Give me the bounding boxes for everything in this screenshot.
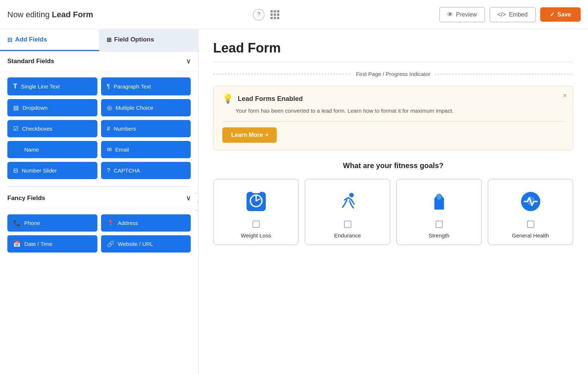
preview-button[interactable]: 👁 Preview	[439, 7, 485, 22]
lead-banner-header: 💡 Lead Forms Enabled	[222, 94, 564, 104]
strength-icon	[426, 189, 452, 214]
strength-label: Strength	[429, 232, 449, 239]
tab-add-fields[interactable]: ⊟ Add Fields	[0, 29, 99, 51]
fancy-fields-label: Fancy Fields	[7, 195, 45, 202]
captcha-icon: ?	[107, 167, 110, 174]
sidebar: ⊟ Add Fields ⊞ Field Options Standard Fi…	[0, 29, 198, 374]
field-label: Date / Time	[24, 241, 53, 247]
field-email[interactable]: ✉ Email	[101, 141, 191, 158]
endurance-label: Endurance	[334, 232, 361, 239]
svg-point-9	[437, 194, 441, 200]
section-divider	[7, 186, 191, 187]
chevron-down-icon: ∨	[186, 57, 191, 65]
save-button[interactable]: ✓ Save	[540, 7, 581, 22]
form-title: Lead Form	[213, 40, 573, 56]
fitness-card-strength[interactable]: Strength	[396, 179, 482, 245]
field-label: Email	[115, 146, 129, 153]
progress-line-right	[435, 74, 573, 75]
field-label: Name	[24, 146, 39, 153]
field-phone[interactable]: 📞 Phone	[7, 214, 97, 232]
learn-more-label: Learn More	[231, 132, 263, 138]
slider-icon: ⊟	[13, 167, 18, 174]
endurance-checkbox[interactable]	[344, 221, 351, 228]
strength-checkbox[interactable]	[435, 221, 443, 228]
strength-icon-wrap	[424, 187, 454, 216]
grid-icon[interactable]	[270, 10, 279, 19]
standard-fields-header[interactable]: Standard Fields ∨	[0, 51, 198, 72]
field-address[interactable]: 📍 Address	[101, 214, 191, 232]
pin-icon: 📍	[107, 219, 114, 226]
svg-point-5	[349, 193, 354, 197]
email-icon: ✉	[107, 146, 112, 153]
lightbulb-icon: 💡	[222, 94, 233, 104]
main-layout: ⊟ Add Fields ⊞ Field Options Standard Fi…	[0, 29, 588, 374]
header-actions: 👁 Preview </> Embed ✓ Save	[439, 7, 581, 22]
checkbox-icon: ☑	[13, 125, 18, 132]
field-paragraph-text[interactable]: ¶ Paragraph Text	[101, 77, 191, 95]
fitness-card-endurance[interactable]: Endurance	[305, 179, 390, 245]
link-icon: 🔗	[107, 240, 114, 247]
radio-icon: ◎	[107, 104, 112, 111]
field-single-line-text[interactable]: T Single Line Text	[7, 77, 97, 95]
fancy-fields-header[interactable]: Fancy Fields ∨	[0, 188, 198, 208]
learn-more-button[interactable]: Learn More ▾	[222, 127, 277, 143]
field-label: Multiple Choice	[116, 105, 154, 111]
save-label: Save	[557, 11, 571, 18]
form-name: Lead Form	[52, 10, 93, 19]
code-icon: </>	[498, 11, 506, 18]
field-multiple-choice[interactable]: ◎ Multiple Choice	[101, 99, 191, 116]
dropdown-arrow-icon: ▾	[266, 132, 268, 138]
content-area: Lead Form First Page / Progress Indicato…	[198, 29, 588, 374]
field-number-slider[interactable]: ⊟ Number Slider	[7, 162, 97, 179]
fitness-card-general-health[interactable]: General Health	[488, 179, 573, 245]
editing-prefix: Now editing	[7, 10, 52, 19]
chevron-down-icon-fancy: ∨	[186, 194, 191, 202]
form-divider	[213, 62, 573, 62]
field-label: Checkboxes	[22, 126, 53, 132]
tab-bar: ⊟ Add Fields ⊞ Field Options	[0, 29, 198, 51]
paragraph-icon: ¶	[107, 83, 110, 90]
text-icon: T	[13, 83, 17, 90]
eye-icon: 👁	[447, 11, 453, 18]
fitness-card-weight-loss[interactable]: Weight Loss	[213, 179, 299, 245]
endurance-icon-wrap	[333, 187, 362, 216]
sliders-icon: ⊞	[107, 36, 111, 43]
editing-label: Now editing Lead Form	[7, 10, 93, 19]
header-center: ?	[253, 9, 279, 21]
lead-banner-divider	[222, 121, 564, 121]
field-captcha[interactable]: ? CAPTCHA	[101, 162, 191, 179]
tab-field-options[interactable]: ⊞ Field Options	[99, 29, 198, 51]
field-checkboxes[interactable]: ☑ Checkboxes	[7, 120, 97, 137]
field-name[interactable]: 👤 Name	[7, 141, 97, 158]
weight-loss-checkbox[interactable]	[252, 221, 260, 228]
general-health-icon	[518, 189, 544, 214]
sidebar-content: Standard Fields ∨ T Single Line Text ¶ P…	[0, 51, 198, 374]
field-dropdown[interactable]: ▤ Dropdown	[7, 99, 97, 116]
help-icon[interactable]: ?	[253, 9, 265, 21]
general-health-checkbox[interactable]	[527, 221, 534, 228]
calendar-icon: 📅	[13, 240, 21, 247]
field-website-url[interactable]: 🔗 Website / URL	[101, 235, 191, 253]
sidebar-collapse-toggle[interactable]: <	[195, 193, 198, 211]
field-label: Paragraph Text	[114, 83, 151, 90]
field-date-time[interactable]: 📅 Date / Time	[7, 235, 97, 253]
progress-row: First Page / Progress Indicator	[213, 71, 573, 77]
general-health-icon-wrap	[516, 187, 545, 216]
hash-icon: #	[107, 126, 110, 132]
field-label: CAPTCHA	[114, 167, 140, 174]
person-icon: 👤	[13, 146, 21, 153]
field-label: Numbers	[114, 126, 136, 132]
progress-line-left	[213, 74, 352, 75]
tab-add-fields-label: Add Fields	[15, 36, 47, 43]
endurance-icon	[335, 189, 361, 214]
table-icon: ⊟	[7, 36, 12, 43]
svg-rect-4	[252, 191, 260, 193]
preview-label: Preview	[456, 11, 477, 18]
header: Now editing Lead Form ? 👁 Preview </> Em…	[0, 0, 588, 29]
embed-button[interactable]: </> Embed	[490, 7, 536, 22]
weight-loss-icon	[243, 189, 269, 214]
fitness-grid: Weight Loss Endurance	[213, 179, 573, 245]
close-banner-button[interactable]: ×	[563, 91, 567, 100]
field-numbers[interactable]: # Numbers	[101, 120, 191, 137]
fancy-fields-grid: 📞 Phone 📍 Address 📅 Date / Time 🔗 Websit…	[0, 208, 198, 258]
